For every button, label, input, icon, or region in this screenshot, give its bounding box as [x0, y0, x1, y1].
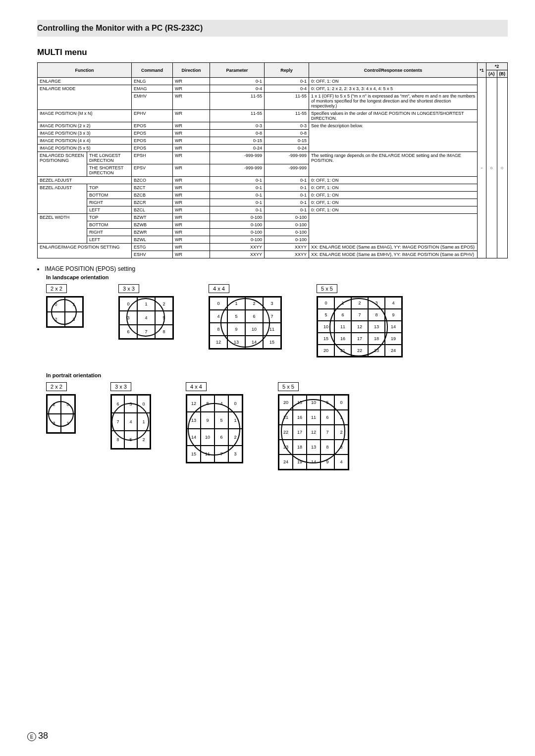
cell-reply: 0-100 [265, 221, 309, 229]
grid-cell: 3 [334, 440, 348, 454]
grid-cell: 24 [385, 345, 402, 356]
portrait-heading: In portrait orientation [46, 372, 508, 378]
cell-command: BZCB [132, 192, 173, 199]
grid-cell: 2 [155, 297, 173, 311]
cell-sub: BOTTOM [87, 221, 132, 229]
cell-direction: WR [172, 229, 210, 236]
cell-function: BEZEL ADJUST [38, 177, 132, 184]
cell-desc: 0: OFF, 1: 2 x 2, 2: 3 x 3, 3: 4 x 4, 4:… [309, 85, 478, 93]
cell-desc: 0: OFF, 1: ON [309, 184, 478, 192]
grid-cell: 17 [351, 333, 368, 345]
cell-desc [309, 214, 478, 244]
grid-cell: 3 [228, 446, 242, 462]
grid-cell: 6 [111, 395, 124, 413]
cell-direction: WR [172, 130, 210, 137]
table-row: IMAGE POSITION (M x N)EPHVWR11-5511-55Sp… [38, 110, 508, 122]
grid-cell: 8 [368, 309, 385, 321]
grid-cell: 1 [61, 414, 75, 433]
cell-reply: XXYY [265, 244, 309, 251]
cell-desc: 0: OFF, 1: ON [309, 199, 478, 206]
cell-sub: RIGHT [87, 229, 132, 236]
grid-cell: 5 [321, 395, 334, 410]
cell-parameter: XXYY [210, 251, 265, 258]
bullet-line: IMAGE POSITION (EPOS) setting [37, 265, 508, 272]
grid-cell: 13 [227, 336, 245, 349]
grid-cell: 11 [201, 446, 214, 462]
cell-reply: 0-1 [265, 192, 309, 199]
grid-cell: 3 [263, 297, 281, 310]
cell-reply: 0-15 [265, 137, 309, 145]
cell-direction: WR [172, 164, 210, 177]
cell-parameter: 11-55 [210, 93, 265, 110]
grid-cell: 10 [307, 395, 321, 410]
cell-direction: WR [172, 192, 210, 199]
grid-cell: 4 [137, 311, 155, 325]
cell-s2a: ○ [486, 78, 497, 258]
cell-function: ENLARGE MODE [38, 85, 132, 110]
table-row: BEZEL ADJUSTTOPBZCTWR0-10-10: OFF, 1: ON [38, 184, 508, 192]
cell-command: BZWR [132, 229, 173, 236]
cell-parameter: -999-999 [210, 152, 265, 164]
th-s2a: (A) [486, 70, 497, 78]
grid-cell: 8 [201, 395, 214, 412]
cell-desc: 1 x 1 (OFF) to 5 x 5 ("m x n" is express… [309, 93, 478, 110]
grid-cell: 0 [137, 395, 150, 413]
grid-cell: 4 [214, 395, 228, 412]
label-2x2: 2 x 2 [46, 284, 67, 293]
grid-cell: 14 [187, 429, 201, 446]
grid-cell: 0 [318, 297, 334, 309]
label-4x4: 4 x 4 [209, 284, 229, 293]
multi-menu-table: Function Command Direction Parameter Rep… [37, 62, 508, 258]
grid-cell: 12 [187, 395, 201, 412]
cell-parameter: 11-55 [210, 110, 265, 122]
grid-cell: 15 [293, 395, 307, 410]
cell-reply: 0-24 [265, 145, 309, 152]
label-5x5: 5 x 5 [317, 284, 337, 293]
cell-parameter: 0-100 [210, 229, 265, 236]
th-s1: *1 [478, 63, 486, 78]
table-row: ENLARGEENLGWR0-10-10: OFF, 1: ON-○○ [38, 78, 508, 85]
table-row: IMAGE POSITION (2 x 2)EPOSWR0-30-3See th… [38, 122, 508, 130]
grid-cell: 20 [279, 395, 293, 410]
cell-function: IMAGE POSITION (3 x 3) [38, 130, 132, 137]
cell-function: ENLARGE [38, 78, 132, 85]
grid-cell: 11 [334, 321, 351, 333]
portrait-diagrams: 2 x 2 2031 3 x 3 630741852 4 x 4 1284013… [46, 382, 508, 470]
grid-cell: 16 [293, 410, 307, 425]
th-command: Command [132, 63, 173, 78]
cell-direction: WR [172, 214, 210, 221]
landscape-heading: In landscape orientation [46, 274, 508, 280]
cell-direction: WR [172, 137, 210, 145]
grid-cell: 11 [307, 410, 321, 425]
cell-direction: WR [172, 93, 210, 110]
grid-cell: 11 [263, 323, 281, 336]
cell-command: EPOS [132, 137, 173, 145]
section-title: MULTI menu [37, 48, 508, 57]
cell-direction: WR [172, 184, 210, 192]
grid-cell: 0 [47, 297, 65, 312]
cell-reply: XXYY [265, 251, 309, 258]
page-number: E38 [27, 731, 48, 742]
cell-direction: WR [172, 122, 210, 130]
header-band: Controlling the Monitor with a PC (RS-23… [37, 20, 508, 37]
th-reply: Reply [265, 63, 309, 78]
cell-sub: BOTTOM [87, 192, 132, 199]
cell-direction: WR [172, 251, 210, 258]
cell-reply: 0-100 [265, 236, 309, 244]
cell-reply: 0-3 [265, 122, 309, 130]
cell-desc: XX: ENLARGE MODE (Same as EMAG), YY: IMA… [309, 244, 478, 251]
cell-command: EPOS [132, 145, 173, 152]
cell-desc: See the description below. [309, 122, 478, 152]
grid-cell: 22 [279, 425, 293, 440]
cell-command: EMAG [132, 85, 173, 93]
cell-parameter: 0-1 [210, 184, 265, 192]
cell-command: EPHV [132, 110, 173, 122]
cell-reply: 0-1 [265, 199, 309, 206]
cell-reply: 0-100 [265, 229, 309, 236]
grid-cell: 1 [137, 413, 150, 431]
cell-command: EPOS [132, 130, 173, 137]
cell-direction: WR [172, 199, 210, 206]
cell-sub: RIGHT [87, 199, 132, 206]
cell-command: BZCR [132, 199, 173, 206]
table-row: ENLARGE MODEEMAGWR0-40-40: OFF, 1: 2 x 2… [38, 85, 508, 93]
